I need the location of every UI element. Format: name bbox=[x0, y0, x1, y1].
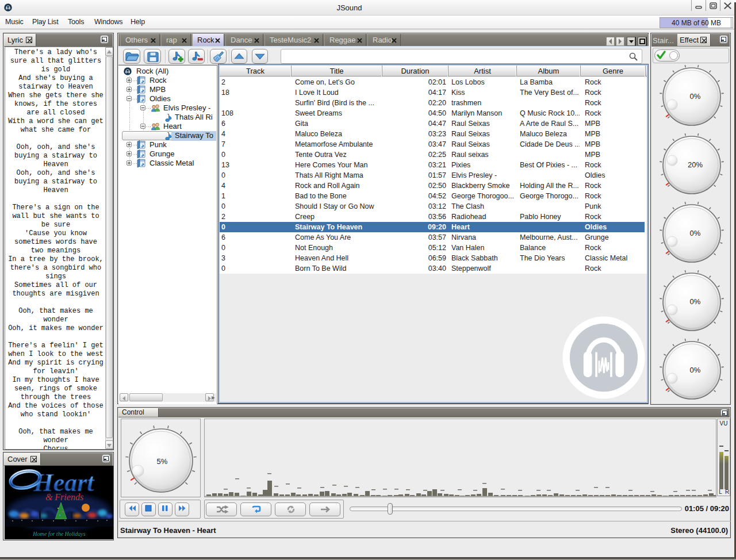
svg-text:0%: 0% bbox=[690, 229, 701, 237]
svg-text:0%: 0% bbox=[690, 366, 701, 374]
svg-text:Home for the Holidays: Home for the Holidays bbox=[32, 531, 85, 537]
svg-text:& Friends: & Friends bbox=[45, 492, 83, 502]
svg-text:20%: 20% bbox=[688, 160, 703, 169]
svg-text:0%: 0% bbox=[690, 92, 701, 101]
svg-text:5%: 5% bbox=[157, 457, 168, 466]
svg-text:0%: 0% bbox=[690, 297, 701, 306]
